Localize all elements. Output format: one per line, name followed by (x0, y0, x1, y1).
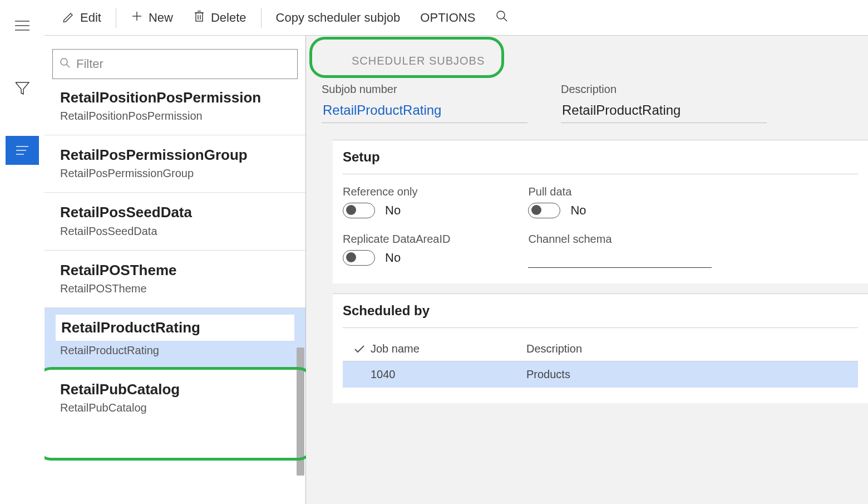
item-title: RetailPOSTheme (60, 262, 290, 279)
svg-point-13 (497, 11, 505, 19)
search-button[interactable] (485, 5, 519, 31)
plus-icon (131, 10, 143, 26)
list-item[interactable]: RetailPubCatalog RetailPubCatalog (45, 369, 305, 427)
list-item[interactable]: RetailPosPermissionGroup RetailPosPermis… (45, 135, 305, 192)
list-item-selected[interactable]: RetailProductRating RetailProductRating (45, 307, 305, 369)
options-label: OPTIONS (420, 11, 475, 25)
section-title: Scheduled by (343, 303, 858, 328)
breadcrumb: SCHEDULER SUBJOBS (306, 36, 868, 73)
scheduled-by-section: Scheduled by Job name Description 1040 P… (333, 293, 868, 403)
checkmark-icon[interactable] (348, 344, 371, 354)
cell-desc: Products (526, 368, 852, 381)
description-value[interactable]: RetailProductRating (561, 99, 767, 123)
list-item[interactable]: RetailPosSeedData RetailPosSeedData (45, 192, 305, 249)
action-toolbar: Edit New Delete Copy scheduler subjob OP… (45, 0, 868, 36)
list-view-button[interactable] (6, 136, 39, 165)
scrollbar-thumb[interactable] (297, 348, 304, 476)
reference-only-value: No (385, 203, 401, 218)
search-icon (495, 9, 509, 26)
edit-button[interactable]: Edit (52, 6, 111, 30)
svg-rect-8 (196, 13, 203, 21)
channel-schema-input[interactable] (528, 250, 712, 268)
divider (261, 8, 262, 28)
delete-label: Delete (211, 11, 246, 25)
hamburger-button[interactable] (6, 11, 39, 40)
delete-button[interactable]: Delete (183, 5, 257, 31)
reference-only-toggle[interactable] (343, 203, 375, 218)
item-sub: RetailPositionPosPermission (60, 110, 290, 123)
list-item[interactable]: RetailPositionPosPermission RetailPositi… (45, 86, 305, 135)
item-sub: RetailPOSTheme (60, 282, 290, 295)
item-title: RetailPositionPosPermission (60, 89, 290, 106)
search-icon (60, 57, 71, 71)
replicate-dataareaid-label: Replicate DataAreaID (343, 233, 450, 246)
new-label: New (149, 11, 173, 25)
cell-job: 1040 (371, 368, 526, 381)
col-job-name[interactable]: Job name (371, 342, 526, 355)
trash-icon (193, 9, 205, 26)
replicate-dataareaid-toggle[interactable] (343, 250, 375, 266)
item-sub: RetailPosSeedData (60, 225, 290, 238)
new-button[interactable]: New (121, 6, 183, 30)
subjob-number-value[interactable]: RetailProductRating (322, 99, 527, 123)
pull-data-value: No (570, 203, 586, 218)
col-description[interactable]: Description (526, 342, 852, 355)
setup-section: Setup Reference only No Repl (333, 140, 868, 283)
list-item[interactable]: RetailPOSTheme RetailPOSTheme (45, 250, 305, 307)
filter-input[interactable] (76, 57, 290, 71)
svg-line-14 (504, 18, 507, 21)
svg-line-16 (66, 64, 70, 67)
subjob-list-pane: RetailPositionPosPermission RetailPositi… (45, 36, 306, 504)
filter-box[interactable] (52, 49, 298, 79)
reference-only-label: Reference only (343, 185, 450, 198)
detail-pane: SCHEDULER SUBJOBS Subjob number RetailPr… (306, 36, 868, 504)
replicate-dataareaid-value: No (385, 251, 401, 265)
table-row[interactable]: 1040 Products (343, 361, 858, 388)
divider (116, 8, 116, 28)
funnel-icon[interactable] (6, 74, 39, 102)
subjob-number-label: Subjob number (322, 83, 527, 96)
description-label: Description (561, 83, 767, 96)
item-sub: RetailPosPermissionGroup (60, 167, 290, 180)
item-title: RetailPosPermissionGroup (60, 146, 290, 164)
options-button[interactable]: OPTIONS (410, 6, 485, 30)
channel-schema-label: Channel schema (528, 233, 712, 246)
item-title: RetailPubCatalog (60, 381, 290, 398)
edit-label: Edit (80, 11, 101, 25)
pencil-icon (62, 10, 75, 26)
pull-data-label: Pull data (528, 185, 712, 198)
item-title: RetailProductRating (61, 319, 289, 336)
copy-subjob-button[interactable]: Copy scheduler subjob (266, 6, 411, 30)
item-sub: RetailPubCatalog (60, 402, 290, 414)
copy-label: Copy scheduler subjob (276, 11, 401, 25)
section-title: Setup (343, 149, 858, 174)
pull-data-toggle[interactable] (528, 203, 560, 218)
item-sub: RetailProductRating (60, 344, 290, 357)
item-title: RetailPosSeedData (60, 204, 290, 221)
